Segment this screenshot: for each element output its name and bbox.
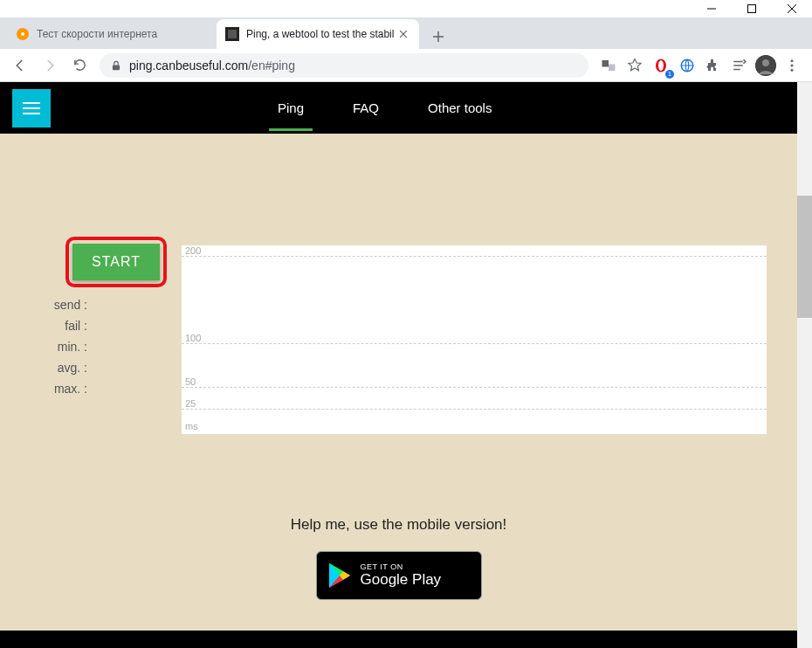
url-path: /en#ping bbox=[248, 59, 295, 72]
svg-point-20 bbox=[791, 59, 794, 62]
gplay-line2: Google Play bbox=[361, 571, 442, 589]
window-maximize-button[interactable] bbox=[732, 0, 772, 17]
chart-ytick: 100 bbox=[185, 333, 201, 343]
stat-max-label: max. : bbox=[44, 378, 87, 399]
tab-title: Ping, a webtool to test the stabil bbox=[246, 28, 396, 40]
page-content: START send : fail : min. : avg. : max. :… bbox=[0, 134, 797, 648]
chart-ytick: 200 bbox=[185, 245, 201, 256]
forward-button[interactable] bbox=[35, 52, 65, 79]
window-titlebar bbox=[0, 0, 812, 17]
nav-links: Ping FAQ Other tools bbox=[278, 85, 492, 131]
stat-fail-label: fail : bbox=[44, 315, 87, 336]
page-viewport: Ping FAQ Other tools START send : fail :… bbox=[0, 82, 812, 648]
page-footer-strip bbox=[0, 631, 797, 648]
nav-link-ping[interactable]: Ping bbox=[278, 100, 304, 131]
translate-icon[interactable] bbox=[597, 54, 620, 77]
browser-tab-1[interactable]: Ping, a webtool to test the stabil bbox=[217, 19, 419, 49]
svg-point-5 bbox=[21, 32, 24, 36]
svg-rect-1 bbox=[748, 5, 756, 13]
svg-point-16 bbox=[658, 60, 664, 71]
chart-gridline bbox=[182, 343, 767, 344]
toolbar-actions: 1 bbox=[594, 54, 807, 77]
svg-rect-7 bbox=[228, 30, 237, 38]
chart-gridline bbox=[182, 409, 767, 410]
stat-avg-label: avg. : bbox=[44, 357, 87, 378]
page-navbar: Ping FAQ Other tools bbox=[0, 82, 797, 134]
back-button[interactable] bbox=[5, 52, 35, 79]
gplay-line1: GET IT ON bbox=[361, 562, 442, 571]
svg-point-19 bbox=[762, 59, 769, 66]
reading-list-icon[interactable] bbox=[728, 54, 751, 77]
window-close-button[interactable] bbox=[772, 0, 812, 17]
avatar-icon bbox=[755, 55, 776, 76]
extension-opera-icon[interactable]: 1 bbox=[650, 54, 672, 77]
window-minimize-button[interactable] bbox=[692, 0, 732, 17]
nav-link-other-tools[interactable]: Other tools bbox=[428, 100, 492, 131]
extensions-puzzle-icon[interactable] bbox=[702, 54, 725, 77]
svg-rect-13 bbox=[602, 60, 609, 67]
address-bar[interactable]: ping.canbeuseful.com/en#ping bbox=[100, 53, 588, 78]
tab-close-icon[interactable] bbox=[396, 27, 410, 41]
svg-rect-12 bbox=[113, 65, 120, 70]
ping-chart: 200 100 50 25 ms bbox=[182, 245, 767, 434]
hamburger-icon bbox=[23, 102, 40, 114]
badge: 1 bbox=[665, 70, 674, 79]
extension-globe-icon[interactable] bbox=[676, 54, 698, 77]
tab-title: Тест скорости интернета bbox=[37, 28, 201, 40]
reload-button[interactable] bbox=[65, 52, 94, 79]
svg-point-21 bbox=[791, 64, 794, 66]
browser-menu-icon[interactable] bbox=[781, 54, 803, 77]
stat-send-label: send : bbox=[44, 294, 87, 315]
svg-point-22 bbox=[791, 68, 794, 71]
bookmark-star-icon[interactable] bbox=[623, 54, 646, 77]
svg-rect-14 bbox=[609, 64, 616, 71]
lock-icon bbox=[110, 59, 122, 72]
new-tab-button[interactable] bbox=[426, 24, 451, 49]
stat-min-label: min. : bbox=[44, 336, 87, 357]
start-button[interactable]: START bbox=[72, 244, 160, 280]
browser-tabstrip: Тест скорости интернета Ping, a webtool … bbox=[0, 17, 812, 49]
browser-toolbar: ping.canbeuseful.com/en#ping 1 bbox=[0, 49, 812, 82]
google-play-icon bbox=[326, 562, 354, 589]
help-text: Help me, use the mobile version! bbox=[0, 516, 797, 534]
chart-gridline bbox=[182, 387, 767, 388]
stats-panel: send : fail : min. : avg. : max. : bbox=[44, 294, 87, 399]
url-host: ping.canbeuseful.com bbox=[129, 59, 248, 72]
browser-tab-0[interactable]: Тест скорости интернета bbox=[7, 19, 210, 49]
chart-ytick: 25 bbox=[185, 398, 196, 409]
nav-link-faq[interactable]: FAQ bbox=[353, 100, 379, 131]
vertical-scrollbar[interactable] bbox=[797, 82, 812, 648]
tab-favicon-icon bbox=[16, 27, 30, 41]
profile-avatar[interactable] bbox=[754, 54, 777, 77]
scrollbar-thumb[interactable] bbox=[797, 196, 812, 318]
chart-gridline bbox=[182, 256, 767, 257]
tab-favicon-icon bbox=[225, 27, 239, 41]
start-button-wrapper: START bbox=[72, 244, 160, 280]
hamburger-menu-button[interactable] bbox=[12, 89, 51, 128]
chart-ylabel: ms bbox=[185, 421, 198, 431]
google-play-badge[interactable]: GET IT ON Google Play bbox=[316, 551, 482, 600]
chart-ytick: 50 bbox=[185, 376, 196, 387]
google-play-text: GET IT ON Google Play bbox=[361, 562, 442, 589]
